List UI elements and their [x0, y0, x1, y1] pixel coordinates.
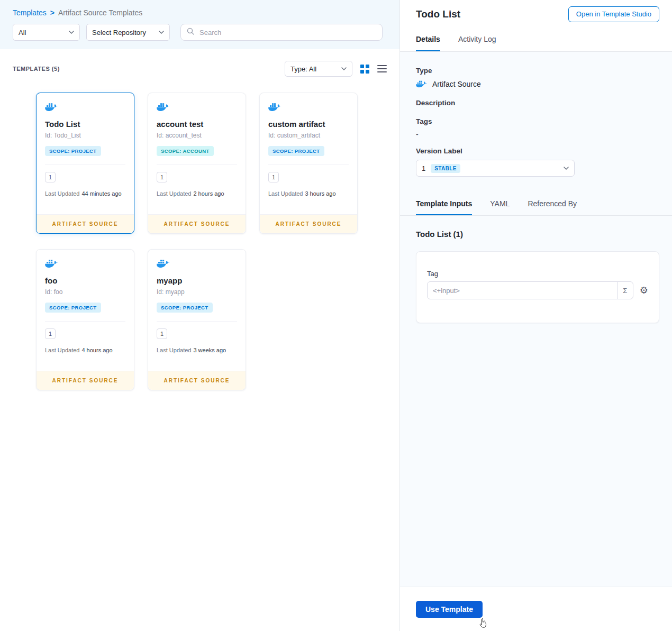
details-section: Type Artifact Source Description Tags - …: [400, 52, 672, 177]
list-view-icon[interactable]: [377, 65, 387, 72]
panel-title: Todo List: [416, 8, 460, 20]
docker-icon: [45, 102, 59, 112]
version-label: Version Label: [416, 147, 656, 155]
type-value-row: Artifact Source: [416, 79, 656, 88]
chevron-down-icon: [159, 31, 164, 34]
template-title: myapp: [157, 276, 237, 285]
last-updated-value: 3 weeks ago: [193, 347, 226, 353]
template-title: account test: [157, 120, 237, 129]
template-id: Id: foo: [45, 288, 125, 296]
version-chip: 1: [157, 328, 167, 339]
template-card-myapp[interactable]: myapp Id: myapp SCOPE: PROJECT 1 Last Up…: [148, 249, 246, 390]
card-divider: [45, 164, 125, 165]
templates-pane: Templates > Artifact Source Templates Al…: [0, 0, 399, 631]
tab-yaml[interactable]: YAML: [490, 193, 510, 215]
card-body: myapp Id: myapp SCOPE: PROJECT 1 Last Up…: [148, 250, 246, 371]
card-divider: [45, 321, 125, 322]
templates-count: TEMPLATES (5): [13, 66, 60, 72]
scope-badge: SCOPE: PROJECT: [45, 303, 101, 313]
template-inputs-section: Todo List (1) Tag Σ ⚙: [400, 216, 672, 323]
grid-view-icon[interactable]: [360, 65, 369, 74]
search-icon: [187, 28, 194, 37]
docker-icon: [45, 258, 59, 269]
template-title: Todo List: [45, 120, 125, 129]
repository-filter-dropdown[interactable]: Select Repository: [86, 24, 170, 41]
tab-template-inputs[interactable]: Template Inputs: [416, 193, 472, 215]
topbar: Templates > Artifact Source Templates Al…: [0, 0, 399, 49]
last-updated-value: 44 minutes ago: [81, 190, 121, 197]
search-box: [180, 24, 383, 41]
version-chip: 1: [45, 172, 56, 182]
type-filter-dropdown[interactable]: Type: All: [285, 61, 352, 77]
last-updated: Last Updated3 weeks ago: [157, 347, 237, 353]
card-body: account test Id: account_test SCOPE: ACC…: [148, 93, 246, 214]
last-updated-value: 3 hours ago: [305, 190, 335, 197]
open-in-template-studio-button[interactable]: Open in Template Studio: [568, 6, 659, 22]
inputs-tabs: Template Inputs YAML Referenced By: [400, 193, 672, 216]
template-type-footer: ARTIFACT SOURCE: [148, 214, 246, 233]
input-type-selector-icon[interactable]: Σ: [617, 282, 633, 299]
panel-header: Todo List Open in Template Studio: [400, 0, 672, 28]
template-card-account-test[interactable]: account test Id: account_test SCOPE: ACC…: [148, 93, 246, 234]
breadcrumb-templates-link[interactable]: Templates: [13, 8, 47, 17]
last-updated: Last Updated3 hours ago: [268, 190, 349, 197]
tag-input[interactable]: [428, 282, 617, 299]
card-divider: [268, 164, 349, 165]
template-type-footer: ARTIFACT SOURCE: [148, 371, 246, 390]
inputs-heading: Todo List (1): [416, 230, 659, 239]
type-value: Artifact Source: [432, 80, 481, 88]
last-updated-label: Last Updated: [45, 190, 79, 197]
tags-value: -: [416, 130, 656, 139]
card-body: foo Id: foo SCOPE: PROJECT 1 Last Update…: [37, 250, 134, 371]
template-card-todo-list[interactable]: Todo List Id: Todo_List SCOPE: PROJECT 1…: [36, 93, 134, 234]
repository-filter-value: Select Repository: [92, 29, 146, 36]
panel-footer: Use Template: [400, 587, 672, 631]
app-root: Templates > Artifact Source Templates Al…: [0, 0, 672, 631]
scope-badge: SCOPE: PROJECT: [45, 146, 101, 156]
tag-label: Tag: [427, 270, 648, 278]
last-updated: Last Updated4 hours ago: [45, 347, 125, 353]
list-controls: Type: All: [285, 61, 387, 77]
scope-filter-value: All: [19, 29, 26, 36]
tab-details[interactable]: Details: [416, 28, 440, 51]
docker-icon: [416, 79, 428, 88]
last-updated-label: Last Updated: [268, 190, 303, 197]
version-chip: 1: [45, 328, 56, 339]
version-chip: 1: [157, 172, 167, 182]
last-updated-label: Last Updated: [157, 347, 191, 353]
template-card-grid: Todo List Id: Todo_List SCOPE: PROJECT 1…: [0, 77, 399, 390]
last-updated-value: 4 hours ago: [81, 347, 112, 353]
scope-filter-dropdown[interactable]: All: [13, 24, 80, 41]
tag-input-wrapper: Σ: [427, 281, 633, 299]
breadcrumb-current: Artifact Source Templates: [58, 8, 142, 17]
card-body: Todo List Id: Todo_List SCOPE: PROJECT 1…: [37, 93, 134, 214]
type-label: Type: [416, 67, 656, 75]
template-card-custom-artifact[interactable]: custom artifact Id: custom_artifact SCOP…: [259, 93, 358, 234]
template-card-foo[interactable]: foo Id: foo SCOPE: PROJECT 1 Last Update…: [36, 249, 134, 390]
chevron-down-icon: [341, 67, 347, 70]
chevron-down-icon: [564, 167, 569, 170]
version-label-dropdown[interactable]: 1 STABLE: [416, 160, 575, 177]
inputs-card: Tag Σ ⚙: [416, 251, 659, 323]
tab-referenced-by[interactable]: Referenced By: [528, 193, 577, 215]
breadcrumb: Templates > Artifact Source Templates: [13, 8, 387, 17]
template-type-footer: ARTIFACT SOURCE: [37, 371, 134, 390]
gear-icon[interactable]: ⚙: [640, 286, 648, 295]
tab-activity-log[interactable]: Activity Log: [458, 28, 496, 51]
tag-input-row: Σ ⚙: [427, 281, 648, 299]
template-id: Id: Todo_List: [45, 132, 125, 139]
last-updated: Last Updated44 minutes ago: [45, 190, 125, 197]
template-id: Id: account_test: [157, 132, 237, 139]
search-input[interactable]: [198, 28, 376, 37]
version-chip: 1: [268, 172, 279, 182]
scope-badge: SCOPE: PROJECT: [157, 303, 213, 313]
stable-badge: STABLE: [431, 164, 460, 173]
breadcrumb-separator: >: [50, 8, 55, 17]
template-title: foo: [45, 276, 125, 285]
last-updated-value: 2 hours ago: [193, 190, 224, 197]
use-template-button[interactable]: Use Template: [416, 601, 483, 618]
scope-badge: SCOPE: ACCOUNT: [157, 146, 214, 156]
template-title: custom artifact: [268, 120, 349, 129]
version-value: 1: [422, 164, 425, 172]
template-type-footer: ARTIFACT SOURCE: [37, 214, 134, 233]
